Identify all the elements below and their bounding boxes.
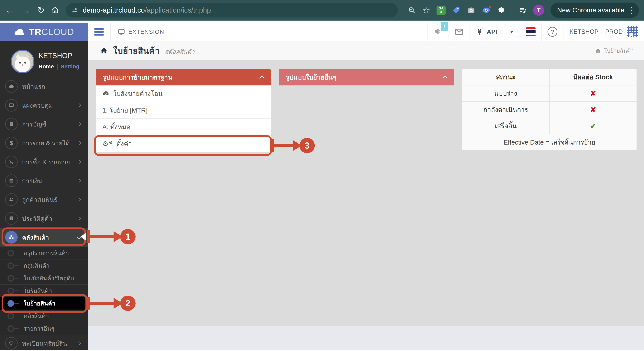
step-number: 2: [125, 298, 130, 308]
back-icon[interactable]: ←: [5, 6, 14, 15]
submenu-item-requisition[interactable]: ใบเบิกสินค้า/วัตถุดิบ: [0, 272, 88, 284]
profile-links: Home | Setting: [38, 64, 79, 70]
url-path: /application/ics/tr.php: [145, 6, 211, 14]
brand-cloud: CLOUD: [42, 27, 74, 37]
status-label: แบบร่าง: [462, 86, 550, 101]
panel-item-transfer-mtr[interactable]: 1. ใบย้าย [MTR]: [96, 102, 271, 119]
footer-area: [88, 326, 644, 350]
sidebar-item-home[interactable]: หน้าแรก: [0, 77, 88, 96]
sidebar-toggle-icon[interactable]: [88, 22, 110, 41]
annotation-box-1: [2, 228, 86, 246]
playlist-icon[interactable]: [518, 6, 527, 14]
sidebar-item-purchases[interactable]: การซื้อ & รายจ่าย: [0, 152, 88, 171]
zoom-out-icon[interactable]: [408, 6, 416, 14]
extensions-puzzle-icon[interactable]: [497, 6, 505, 14]
app-header: TRCLOUD EXTENSION ! API ▼: [0, 22, 644, 41]
extension-label: EXTENSION: [128, 28, 164, 35]
reload-icon[interactable]: ↻: [37, 6, 44, 14]
status-label: เสร็จสิ้น: [462, 118, 550, 134]
toolbar-divider: [512, 5, 512, 15]
submenu-item-product-group[interactable]: กลุ่มสินค้า: [0, 259, 88, 272]
browser-menu-icon[interactable]: ⋮: [628, 6, 636, 14]
submenu-item-product-summary[interactable]: สรุปรายการสินค้า: [0, 247, 88, 259]
sidebar-item-label: หน้าแรก: [22, 82, 80, 92]
panel-item-label: A. ทั้งหมด: [102, 122, 130, 132]
table-row: เสร็จสิ้น ✔: [462, 118, 636, 134]
sidebar-profile: KETSHOP Home | Setting: [0, 41, 88, 77]
panel-item-pending-transfer[interactable]: ใบสั่งขายค้างโอน: [96, 86, 271, 102]
home-icon: [100, 46, 108, 55]
forward-icon[interactable]: →: [21, 6, 31, 15]
company-menu[interactable]: KETSHOP – PROD: [563, 22, 644, 41]
sidebar-item-label: การเงิน: [22, 176, 73, 186]
breadcrumb[interactable]: ใบย้ายสินค้า: [595, 41, 634, 60]
annotation-box-2: [2, 294, 87, 313]
thai-flag-icon: [526, 27, 536, 36]
url-text[interactable]: demo-api.trcloud.co/application/ics/tr.p…: [83, 6, 211, 14]
submenu-dot-icon: [8, 275, 14, 282]
column-header-status: สถานะ: [462, 69, 550, 85]
site-settings-icon[interactable]: [71, 7, 78, 14]
sidebar-item-crm[interactable]: ลูกค้าสัมพันธ์: [0, 190, 88, 209]
eye-extension-icon[interactable]: [482, 6, 491, 15]
profile-home-link[interactable]: Home: [38, 64, 54, 70]
announcements-button[interactable]: !: [428, 22, 448, 41]
sidebar-item-assets[interactable]: ทะเบียนทรัพย์สิน: [0, 335, 88, 351]
step-number: 3: [304, 140, 310, 151]
api-button[interactable]: API: [470, 22, 503, 41]
camera-extension-icon[interactable]: [467, 6, 476, 14]
sidebar-item-accounting[interactable]: การบัญชี: [0, 115, 88, 134]
notification-dot: [488, 6, 491, 8]
cross-mark-icon: ✘: [590, 106, 596, 114]
collapse-icon[interactable]: [442, 76, 448, 81]
submenu-dot-icon: [8, 250, 14, 256]
annotation-step-1: 1: [120, 229, 136, 244]
chevron-right-icon: [77, 216, 81, 221]
column-header-stock-effect: มีผลต่อ Stock: [550, 69, 637, 85]
bookmark-star-icon[interactable]: ☆: [422, 6, 430, 15]
breadcrumb-label: ใบย้ายสินค้า: [604, 46, 634, 55]
dropdown-button[interactable]: ▼: [503, 22, 520, 41]
other-transfer-header[interactable]: รูปแบบใบย้ายอื่นๆ: [279, 69, 454, 86]
browser-home-icon[interactable]: [51, 6, 59, 14]
sidebar-item-label: การขาย & รายได้: [22, 138, 73, 148]
building-icon: [627, 26, 638, 37]
language-button[interactable]: [520, 22, 542, 41]
submenu-dot-icon: [8, 313, 14, 320]
brand-logo[interactable]: TRCLOUD: [0, 22, 88, 41]
status-label: กำลังดำเนินการ: [462, 102, 550, 118]
diamond-icon: [5, 337, 18, 350]
profile-link-separator: |: [56, 64, 58, 70]
submenu-item-label: ใบเบิกสินค้า/วัตถุดิบ: [24, 274, 74, 283]
table-row: แบบร่าง ✘: [462, 86, 636, 102]
tag-extension-icon[interactable]: [452, 6, 460, 14]
breadcrumb-home-icon: [595, 48, 601, 54]
page-title: ใบย้ายสินค้า: [113, 44, 160, 58]
sidebar-item-dashboard[interactable]: แผงควบคุม: [0, 96, 88, 115]
megaphone-icon: !: [434, 27, 443, 37]
ga4-text-top: GA: [438, 7, 444, 10]
chrome-update-button[interactable]: New Chrome available ⋮: [550, 2, 639, 18]
profile-name: KETSHOP: [38, 52, 72, 60]
collapse-icon[interactable]: [259, 76, 264, 81]
extension-menu[interactable]: EXTENSION: [110, 22, 171, 41]
page-title-bar: ใบย้ายสินค้า สต๊อคสินค้า ใบย้ายสินค้า: [88, 41, 644, 60]
help-button[interactable]: ?: [542, 22, 563, 41]
ga4-extension-icon[interactable]: GA4: [436, 6, 446, 15]
standard-transfer-header[interactable]: รูปแบบการย้ายมาตรฐาน: [96, 69, 271, 86]
profile-setting-link[interactable]: Setting: [61, 64, 79, 70]
sidebar-item-finance[interactable]: การเงิน: [0, 171, 88, 190]
annotation-step-2: 2: [120, 296, 136, 311]
other-transfer-panel: รูปแบบใบย้ายอื่นๆ: [279, 69, 454, 86]
sidebar-item-sales[interactable]: $ การขาย & รายได้: [0, 134, 88, 152]
avatar[interactable]: [11, 50, 34, 73]
submenu-item-other[interactable]: รายการอื่นๆ: [0, 322, 88, 335]
address-bar[interactable]: demo-api.trcloud.co/application/ics/tr.p…: [66, 3, 398, 18]
messages-button[interactable]: [448, 22, 470, 41]
url-host: demo-api.trcloud.co: [83, 6, 145, 14]
browser-profile-avatar[interactable]: T: [533, 5, 544, 16]
tachometer-icon: [102, 90, 110, 97]
calendar-icon: [5, 174, 18, 187]
sidebar-item-partner-history[interactable]: ประวัติคู่ค้า: [0, 209, 88, 228]
panel-item-all[interactable]: A. ทั้งหมด: [96, 119, 271, 136]
